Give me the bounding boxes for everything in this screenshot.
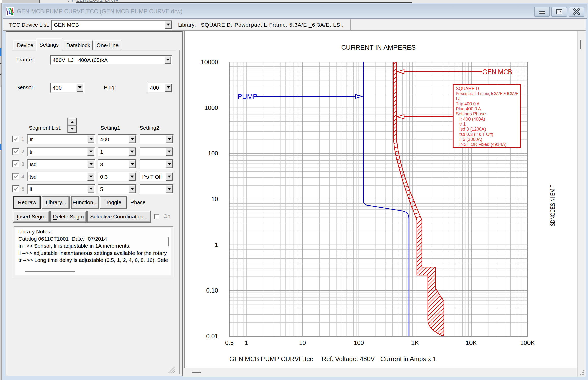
svg-text:GEN MCB: GEN MCB bbox=[482, 68, 512, 76]
svg-text:100K: 100K bbox=[520, 339, 535, 346]
svg-text:100: 100 bbox=[208, 150, 218, 157]
svg-text:tsd 0.3 (I^s T Off): tsd 0.3 (I^s T Off) bbox=[459, 132, 493, 137]
svg-text:SDNOCES NI EMIT: SDNOCES NI EMIT bbox=[549, 185, 556, 226]
svg-text:1: 1 bbox=[245, 339, 248, 346]
svg-text:1: 1 bbox=[215, 241, 218, 248]
svg-text:0.01: 0.01 bbox=[206, 333, 218, 340]
svg-text:CURRENT IN AMPERES: CURRENT IN AMPERES bbox=[341, 43, 416, 51]
svg-text:100: 100 bbox=[354, 339, 364, 346]
svg-text:0.10: 0.10 bbox=[206, 287, 218, 294]
svg-text:LJ: LJ bbox=[456, 96, 460, 101]
svg-text:10: 10 bbox=[299, 339, 306, 346]
svg-text:GEN MCB PUMP CURVE.tcc: GEN MCB PUMP CURVE.tcc bbox=[229, 355, 313, 362]
svg-text:Current in Amps x 1: Current in Amps x 1 bbox=[380, 355, 436, 362]
svg-text:Isd 3 (1200A): Isd 3 (1200A) bbox=[459, 127, 486, 132]
svg-text:0.5: 0.5 bbox=[225, 339, 234, 346]
svg-text:1000: 1000 bbox=[204, 104, 218, 111]
svg-text:tr 1: tr 1 bbox=[459, 122, 466, 127]
svg-text:Plug 400.0 A: Plug 400.0 A bbox=[456, 106, 481, 111]
svg-text:Powerpact L-Frame, 5.3A/E & 6.: Powerpact L-Frame, 5.3A/E & 6.3A/E bbox=[456, 91, 518, 96]
svg-text:Trip 400.0 A: Trip 400.0 A bbox=[456, 101, 480, 106]
svg-text:INST OR Fixed (4914A): INST OR Fixed (4914A) bbox=[459, 142, 506, 147]
svg-text:PUMP: PUMP bbox=[238, 93, 257, 100]
svg-text:10000: 10000 bbox=[201, 59, 218, 65]
svg-text:Ir 400 (400A): Ir 400 (400A) bbox=[459, 116, 485, 122]
svg-text:SQUARE D: SQUARE D bbox=[456, 86, 479, 91]
svg-text:Ii 5 (2000A): Ii 5 (2000A) bbox=[459, 137, 482, 142]
svg-text:Ref. Voltage: 480V: Ref. Voltage: 480V bbox=[322, 355, 375, 362]
svg-text:1K: 1K bbox=[411, 339, 419, 346]
svg-text:Settings Phase: Settings Phase bbox=[456, 111, 486, 116]
svg-text:10: 10 bbox=[211, 196, 218, 202]
svg-text:10K: 10K bbox=[466, 339, 477, 346]
